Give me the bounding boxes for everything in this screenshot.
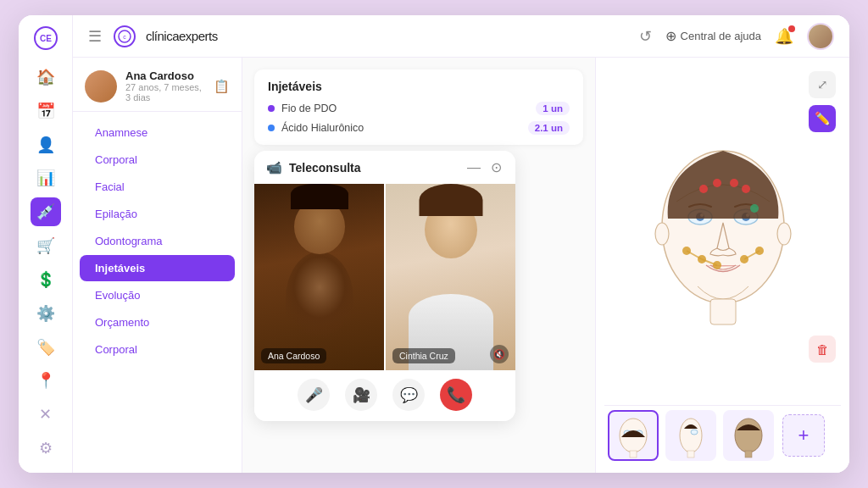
participant-2-name: Cinthia Cruz: [392, 348, 455, 363]
help-icon: ⊕: [665, 28, 676, 44]
call-controls: 🎤 🎥 💬 📞: [254, 370, 515, 421]
refresh-icon[interactable]: ↺: [639, 27, 652, 46]
teleconsulta-card: 📹 Teleconsulta — ⊙: [254, 151, 515, 421]
svg-point-12: [655, 223, 669, 245]
notification-dot: [788, 25, 795, 32]
face-diagram-svg: [643, 117, 804, 354]
svg-rect-30: [630, 451, 637, 458]
injetaveis-item-2: Ácido Hialurônico 2.1 un: [268, 121, 570, 135]
video-cell-2: Cinthia Cruz 🔇: [386, 184, 515, 370]
app-container: CE 🏠 📅 👤 📊 💉 🛒 💲 ⚙️ 🏷️ 📍 ✕ ⚙ ☰ c clín: [19, 15, 849, 473]
logo-circle: c: [114, 25, 136, 47]
left-panel: Ana Cardoso 27 anos, 7 meses, 3 dias 📋 A…: [73, 58, 242, 473]
injetaveis-badge-1: 1 un: [536, 102, 570, 115]
main: ☰ c clínicaexperts ↺ ⊕ Central de ajuda …: [73, 15, 849, 473]
injetaveis-items: Fio de PDO 1 un Ácido Hialurônico 2.1 un: [268, 102, 570, 135]
sidebar-item-chart[interactable]: 📊: [31, 164, 61, 193]
svg-point-18: [750, 204, 759, 213]
patient-card: Ana Cardoso 27 anos, 7 meses, 3 dias 📋: [73, 58, 242, 112]
svg-point-32: [691, 430, 698, 435]
paint-tool-button[interactable]: ✏️: [809, 105, 836, 132]
nav-item-anamnese[interactable]: Anamnese: [80, 119, 235, 146]
nav-item-injetaveis[interactable]: Injetáveis: [80, 255, 235, 281]
sidebar-item-tag[interactable]: 🏷️: [31, 333, 61, 362]
nav-item-evolucao[interactable]: Evolução: [80, 282, 235, 308]
thumb-back[interactable]: [723, 410, 774, 461]
svg-point-13: [777, 223, 791, 245]
svg-rect-33: [687, 451, 694, 458]
center-panel: Injetáveis Fio de PDO 1 un Ácido Hialurô…: [242, 58, 595, 473]
expand-diagram-button[interactable]: ⤢: [809, 71, 836, 98]
injetaveis-item-1: Fio de PDO 1 un: [268, 102, 570, 115]
svg-text:CE: CE: [40, 34, 52, 43]
injetaveis-dot-2: [268, 125, 275, 131]
injetaveis-label-2: Ácido Hialurônico: [281, 122, 521, 134]
menu-icon[interactable]: ☰: [88, 27, 102, 46]
participant-1-name: Ana Cardoso: [261, 348, 326, 363]
expand-button[interactable]: ⊙: [489, 159, 504, 175]
sidebar: CE 🏠 📅 👤 📊 💉 🛒 💲 ⚙️ 🏷️ 📍 ✕ ⚙: [19, 15, 73, 473]
content: Ana Cardoso 27 anos, 7 meses, 3 dias 📋 A…: [73, 58, 849, 473]
chat-button[interactable]: 💬: [392, 379, 425, 411]
patient-avatar: [85, 70, 117, 103]
teleconsulta-window-controls: — ⊙: [465, 159, 504, 175]
injetaveis-label-1: Fio de PDO: [281, 103, 529, 114]
thumbnail-strip: +: [604, 405, 841, 464]
mic-button[interactable]: 🎤: [298, 379, 330, 411]
notification-bell[interactable]: 🔔: [775, 27, 793, 46]
sidebar-item-location[interactable]: 📍: [31, 367, 61, 396]
sidebar-item-home[interactable]: 🏠: [31, 63, 61, 92]
teleconsulta-title: Teleconsulta: [289, 161, 459, 175]
delete-diagram-button[interactable]: 🗑: [809, 336, 836, 363]
nav-item-odontograma[interactable]: Odontograma: [80, 228, 235, 254]
svg-rect-11: [710, 299, 736, 324]
svg-rect-35: [745, 451, 752, 458]
right-panel: ⤢ ✏️: [595, 58, 849, 473]
video-grid: Ana Cardoso Cinthia Cruz 🔇: [254, 184, 515, 370]
video-call-icon: 📹: [266, 160, 282, 175]
header-right: ↺ ⊕ Central de ajuda 🔔: [639, 23, 834, 50]
participant-2-mute: 🔇: [490, 345, 509, 363]
face-diagram-area: ⤢ ✏️: [604, 66, 841, 405]
svg-point-15: [713, 179, 721, 187]
avatar-image: [809, 25, 832, 48]
sidebar-logo: CE: [27, 25, 64, 51]
nav-item-epilacao[interactable]: Epilação: [80, 201, 235, 227]
injetaveis-badge-2: 2.1 un: [528, 121, 570, 135]
thumb-side-left[interactable]: [665, 410, 716, 461]
injetaveis-dot-1: [268, 105, 275, 112]
add-view-button[interactable]: +: [782, 414, 825, 457]
svg-point-34: [735, 419, 762, 452]
sidebar-item-cancel[interactable]: ✕: [31, 400, 61, 429]
patient-age: 27 anos, 7 meses, 3 dias: [125, 82, 205, 103]
svg-point-16: [730, 179, 738, 187]
nav-item-corporal-2[interactable]: Corporal: [80, 336, 235, 363]
header: ☰ c clínicaexperts ↺ ⊕ Central de ajuda …: [73, 15, 849, 58]
nav-item-facial[interactable]: Facial: [80, 174, 235, 200]
end-call-button[interactable]: 📞: [440, 379, 472, 411]
sidebar-item-user[interactable]: 👤: [31, 130, 61, 159]
sidebar-item-settings[interactable]: ⚙: [31, 434, 61, 463]
video-cell-1: Ana Cardoso: [254, 184, 386, 370]
injetaveis-title: Injetáveis: [268, 80, 570, 93]
patient-name: Ana Cardoso: [125, 69, 205, 82]
svg-point-31: [680, 419, 702, 452]
logo-text: clínicaexperts: [146, 29, 218, 43]
sidebar-item-dollar[interactable]: 💲: [31, 265, 61, 294]
sidebar-item-syringe[interactable]: 💉: [31, 197, 61, 226]
help-button[interactable]: ⊕ Central de ajuda: [665, 28, 761, 44]
nav-item-orcamento[interactable]: Orçamento: [80, 309, 235, 336]
thumb-front[interactable]: [608, 410, 659, 461]
user-avatar[interactable]: [807, 23, 834, 50]
svg-text:c: c: [123, 34, 126, 40]
sidebar-item-circle-settings[interactable]: ⚙️: [31, 299, 61, 328]
patient-copy-icon[interactable]: 📋: [214, 79, 230, 94]
nav-item-corporal-1[interactable]: Corporal: [80, 147, 235, 173]
nav-menu: Anamnese Corporal Facial Epilação Odonto…: [73, 112, 242, 473]
sidebar-item-cart[interactable]: 🛒: [31, 231, 61, 260]
sidebar-item-calendar[interactable]: 📅: [31, 97, 61, 125]
injetaveis-section: Injetáveis Fio de PDO 1 un Ácido Hialurô…: [254, 69, 583, 145]
video-button[interactable]: 🎥: [345, 379, 377, 411]
minimize-button[interactable]: —: [465, 160, 482, 175]
teleconsulta-header: 📹 Teleconsulta — ⊙: [254, 151, 515, 184]
